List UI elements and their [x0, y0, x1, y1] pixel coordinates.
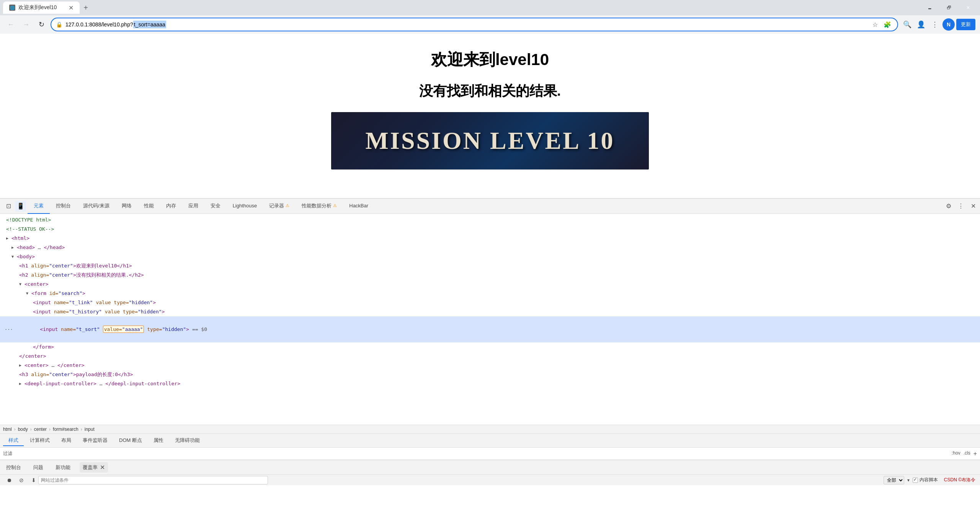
reload-button[interactable]: ↻: [35, 18, 47, 31]
mission-text: Mission Level 10: [366, 127, 615, 155]
extensions-icon[interactable]: 🧩: [882, 19, 893, 30]
tab-title: 欢迎来到level10: [18, 4, 57, 11]
dom-line[interactable]: ▼<center>: [0, 280, 980, 289]
active-tab[interactable]: 🌐 欢迎来到level10 ✕: [3, 2, 80, 14]
dom-line[interactable]: <input name="t_history" value type="hidd…: [0, 307, 980, 316]
dom-line[interactable]: <h2 align="center">没有找到和相关的结果.</h2>: [0, 271, 980, 280]
mission-image: Mission Level 10: [331, 112, 649, 169]
content-script-checkbox[interactable]: [913, 477, 918, 483]
page-title: 欢迎来到level10: [431, 49, 549, 70]
profile-button[interactable]: N: [942, 18, 955, 31]
cls-button[interactable]: .cls: [964, 450, 970, 457]
search-icon[interactable]: 🔍: [901, 18, 913, 31]
dom-line[interactable]: ▼<body>: [0, 252, 980, 261]
browser-chrome: 🌐 欢迎来到level10 ✕ + 🗕 🗗 ✕ ← → ↻ 🔒 127.0.0.…: [0, 0, 980, 34]
add-style-button[interactable]: +: [973, 450, 977, 457]
dom-line[interactable]: <input name="t_link" value type="hidden"…: [0, 298, 980, 307]
style-tab-dom-breakpoints[interactable]: DOM 断点: [114, 435, 147, 446]
bottom-tab-new-features[interactable]: 新功能: [52, 463, 74, 473]
close-button[interactable]: ✕: [959, 2, 977, 14]
device-toolbar-icon[interactable]: 📱: [15, 201, 26, 212]
tab-elements[interactable]: 元素: [28, 199, 50, 214]
inspect-icon[interactable]: ⊡: [3, 201, 14, 212]
dom-line[interactable]: ▶<center> … </center>: [0, 361, 980, 370]
record-icon[interactable]: ⏺: [5, 476, 14, 485]
page-content: 欢迎来到level10 没有找到和相关的结果. Mission Level 10: [0, 34, 980, 198]
filter-actions: :hov .cls +: [952, 450, 977, 457]
dom-line[interactable]: <h1 align="center">欢迎来到level10</h1>: [0, 261, 980, 271]
bottom-tab-coverage[interactable]: 覆盖率 ✕: [80, 462, 108, 473]
style-tab-styles[interactable]: 样式: [3, 435, 24, 446]
tab-recorder[interactable]: 记录器 ⚠: [263, 199, 296, 214]
hov-button[interactable]: :hov: [952, 450, 960, 457]
style-tab-layout[interactable]: 布局: [56, 435, 77, 446]
window-controls: 🗕 🗗 ✕: [921, 2, 977, 14]
update-button[interactable]: 更新: [956, 19, 975, 30]
filter-label: 过滤: [3, 450, 12, 457]
breadcrumb-center[interactable]: center: [34, 427, 47, 432]
address-bar-row: ← → ↻ 🔒 127.0.0.1:8088/level10.php?t_sor…: [0, 15, 980, 34]
bottom-tab-console[interactable]: 控制台: [3, 463, 24, 473]
dom-line[interactable]: </center>: [0, 352, 980, 361]
address-bar[interactable]: 🔒 127.0.0.1:8088/level10.php?t_sort=aaaa…: [51, 18, 898, 31]
style-tab-accessibility[interactable]: 无障碍功能: [170, 435, 205, 446]
address-actions: ☆ 🧩: [870, 19, 893, 30]
style-tab-event-listeners[interactable]: 事件监听器: [77, 435, 113, 446]
dom-line[interactable]: ▶<deepl-input-controller> … </deepl-inpu…: [0, 379, 980, 388]
tab-lighthouse[interactable]: Lighthouse: [227, 199, 263, 214]
tab-perf-insights[interactable]: 性能数据分析 ⚠: [296, 199, 343, 214]
tab-performance[interactable]: 性能: [138, 199, 160, 214]
bottom-toolbar: 控制台 问题 新功能 覆盖率 ✕: [0, 460, 980, 474]
download-icon[interactable]: ⬇: [29, 476, 38, 485]
back-button[interactable]: ←: [5, 18, 17, 31]
restore-button[interactable]: 🗗: [940, 2, 958, 14]
page-subtitle: 没有找到和相关的结果.: [419, 82, 561, 101]
tab-hackbar[interactable]: HackBar: [343, 199, 374, 214]
devtools-more-icon[interactable]: ⋮: [956, 201, 966, 212]
devtools-tab-bar: ⊡ 📱 元素 控制台 源代码/来源 网络 性能 内存 应用 安全 Lightho…: [0, 199, 980, 214]
dom-line[interactable]: </form>: [0, 342, 980, 352]
status-bar: ⏺ ⊘ ⬇ 全部 ▾ 内容脚本 CSDN ©布洛令: [0, 474, 980, 485]
dom-line[interactable]: ▶<html>: [0, 234, 980, 243]
filter-input[interactable]: [38, 476, 268, 484]
stop-icon[interactable]: ⊘: [17, 476, 26, 485]
new-tab-button[interactable]: +: [80, 2, 92, 14]
tab-application[interactable]: 应用: [182, 199, 204, 214]
devtools-actions: ⚙ ⋮ ✕: [943, 201, 978, 212]
dom-line[interactable]: <h3 align="center">payload的长度:0</h3>: [0, 370, 980, 379]
tab-memory[interactable]: 内存: [160, 199, 182, 214]
breadcrumb-body[interactable]: body: [18, 427, 28, 432]
tab-security[interactable]: 安全: [204, 199, 227, 214]
perf-warn-icon: ⚠: [333, 203, 337, 208]
style-tab-computed[interactable]: 计算样式: [24, 435, 55, 446]
devtools-close-icon[interactable]: ✕: [968, 201, 978, 212]
tab-sources[interactable]: 源代码/来源: [77, 199, 116, 214]
dom-line: <!DOCTYPE html>: [0, 215, 980, 225]
tab-close-button[interactable]: ✕: [69, 4, 74, 11]
status-right: 全部 ▾ 内容脚本 CSDN ©布洛令: [884, 476, 975, 484]
forward-button[interactable]: →: [20, 18, 32, 31]
filter-bar: 过滤 :hov .cls +: [0, 448, 980, 460]
dom-line[interactable]: ▼<form id="search">: [0, 289, 980, 298]
breadcrumb-html[interactable]: html: [3, 427, 12, 432]
bottom-tab-issues[interactable]: 问题: [30, 463, 46, 473]
tab-console[interactable]: 控制台: [50, 199, 77, 214]
content-script-label: 内容脚本: [920, 477, 938, 483]
bookmark-icon[interactable]: ☆: [870, 19, 880, 30]
more-icon[interactable]: ⋮: [929, 18, 941, 31]
browser-actions: 🔍 👤 ⋮ N 更新: [901, 18, 975, 31]
minimize-button[interactable]: 🗕: [921, 2, 939, 14]
coverage-close-icon[interactable]: ✕: [100, 464, 105, 471]
dom-line[interactable]: ▶<head> … </head>: [0, 243, 980, 252]
devtools-settings-icon[interactable]: ⚙: [943, 201, 954, 212]
breadcrumb: html › body › center › form#search › inp…: [0, 425, 980, 434]
all-select[interactable]: 全部: [884, 476, 904, 484]
style-tab-properties[interactable]: 属性: [148, 435, 169, 446]
breadcrumb-input[interactable]: input: [85, 427, 95, 432]
content-script-toggle[interactable]: 内容脚本: [913, 477, 938, 483]
tab-network[interactable]: 网络: [116, 199, 138, 214]
dom-line-highlighted[interactable]: ··· <input name="t_sort" value="aaaaa" t…: [0, 316, 980, 342]
account-circle-icon[interactable]: 👤: [915, 18, 927, 31]
breadcrumb-form[interactable]: form#search: [53, 427, 78, 432]
address-url: 127.0.0.1:8088/level10.php?t_sort=aaaaa: [65, 21, 166, 28]
